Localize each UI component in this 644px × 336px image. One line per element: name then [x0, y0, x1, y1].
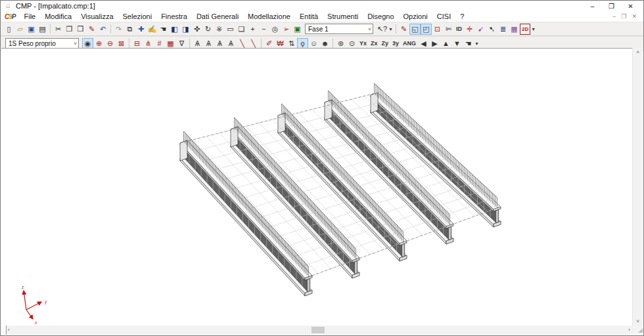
menu-modifica[interactable]: Modifica	[40, 12, 76, 20]
go-last-icon[interactable]: ▼	[451, 38, 463, 49]
zoom-window-icon[interactable]: ▭	[225, 24, 236, 35]
undo-icon[interactable]: ↶	[97, 24, 108, 35]
fit-view-icon[interactable]: ▣	[292, 24, 303, 35]
show-loads-icon[interactable]: ϙ	[297, 38, 308, 49]
go-first-icon[interactable]: ▲	[440, 38, 451, 49]
menu-help[interactable]: ?	[455, 12, 469, 20]
load-node-d-icon[interactable]: Ѧ	[225, 38, 237, 49]
select-remove-icon[interactable]: ⊖	[104, 38, 116, 49]
snap-pointer-icon[interactable]: ➢	[281, 24, 292, 35]
viewport-3d[interactable]: zyx	[1, 48, 633, 326]
zoom-out-icon[interactable]: −	[258, 24, 269, 35]
select-parallel-icon[interactable]: #	[154, 38, 165, 49]
select-pointer-icon[interactable]: ◉	[82, 38, 93, 49]
link-slave-icon[interactable]: ╲	[248, 38, 259, 49]
section-cut-icon[interactable]: ✄	[443, 24, 454, 35]
view-2d[interactable]: 2D	[520, 24, 530, 35]
menu-dati-generali[interactable]: Dati Generali	[192, 12, 243, 20]
close-button[interactable]: ✕	[621, 3, 640, 10]
cut-icon[interactable]: ✂	[53, 24, 64, 35]
grab-hand-icon[interactable]: ☚	[158, 24, 169, 35]
link-master-icon[interactable]: ╲	[237, 38, 248, 49]
context-help-icon[interactable]: ↖?	[377, 24, 388, 35]
pen-global-icon[interactable]: ₩	[275, 38, 286, 49]
view-solid-icon[interactable]: ◱	[409, 24, 421, 35]
vertical-scrollbar[interactable]: ˄ ˅	[632, 48, 643, 326]
constraint-a-icon[interactable]: ☺	[308, 38, 319, 49]
menu-entit[interactable]: Entità	[295, 12, 323, 20]
paste-icon[interactable]: ❒	[75, 24, 86, 35]
menu-opzioni[interactable]: Opzioni	[399, 12, 432, 20]
select-mesh-icon[interactable]: ▦	[165, 38, 176, 49]
help-dropdown-icon[interactable]: ▾	[388, 24, 394, 35]
zoom-all-icon[interactable]: ⊙	[346, 38, 357, 49]
scroll-down-arrow-icon[interactable]: ˅	[633, 318, 643, 324]
redo-icon[interactable]: ↷	[113, 24, 124, 35]
copy-icon[interactable]: ❐	[64, 24, 75, 35]
zoom-selected-icon[interactable]: ⊛	[335, 38, 346, 49]
step-prev-icon[interactable]: ◀	[418, 38, 429, 49]
orbit-hand-icon[interactable]: ☚	[463, 38, 474, 49]
load-node-a-icon[interactable]: Ѧ	[192, 38, 203, 49]
pan-view-icon[interactable]: ✜	[191, 24, 202, 35]
add-entity-icon[interactable]: ✚	[135, 24, 147, 35]
view-yx[interactable]: Yx	[357, 38, 369, 49]
print-icon[interactable]: ▤	[37, 24, 48, 35]
horizontal-scrollbar[interactable]: ‹ ›	[1, 326, 633, 335]
load-node-b-icon[interactable]: Ѧ	[203, 38, 214, 49]
snap-off-icon[interactable]: ➷	[486, 24, 497, 35]
snap-node-icon[interactable]: ➹	[475, 24, 486, 35]
new-file-icon[interactable]: ▯	[3, 24, 14, 35]
loadcase-combo[interactable]: 1S Peso proprio˅	[5, 38, 79, 49]
project-stack-icon[interactable]: ⧉	[124, 24, 135, 35]
scroll-left-arrow-icon[interactable]: ‹	[8, 327, 10, 333]
toolbar2-more-icon[interactable]: ▾	[474, 38, 480, 49]
menu-strumenti[interactable]: Strumenti	[323, 12, 363, 20]
mdi-restore-button[interactable]: ❐	[621, 13, 626, 20]
pen-local-icon[interactable]: ✐	[264, 38, 275, 49]
draw-pen-icon[interactable]: ✎	[398, 24, 409, 35]
menu-visualizza[interactable]: Visualizza	[76, 12, 118, 20]
view-angle[interactable]: ANG	[401, 38, 418, 49]
view-axon[interactable]: 3y	[390, 38, 401, 49]
minimize-button[interactable]: –	[583, 3, 602, 10]
deselect-all-icon[interactable]: ⊟	[131, 38, 143, 49]
id-button[interactable]: ID	[454, 24, 464, 35]
view-zy[interactable]: Zy	[380, 38, 391, 49]
step-next-icon[interactable]: ▶	[429, 38, 440, 49]
loads-scale-icon[interactable]: ⇅	[286, 38, 297, 49]
chevron-down-icon[interactable]: ˅	[365, 26, 371, 32]
split-vertical-icon[interactable]: ◧	[169, 24, 180, 35]
table-view-icon[interactable]: ▦	[509, 24, 520, 35]
menu-modellazione[interactable]: Modellazione	[243, 12, 295, 20]
save-icon[interactable]: ▣	[26, 24, 37, 35]
zoom-in-icon[interactable]: +	[247, 24, 258, 35]
select-branch-icon[interactable]: ⋔	[143, 38, 154, 49]
scroll-up-arrow-icon[interactable]: ˄	[633, 49, 643, 55]
open-folder-icon[interactable]: ▱	[14, 24, 26, 35]
scroll-right-arrow-icon[interactable]: ›	[628, 327, 630, 333]
beam-lines-icon[interactable]: ≣	[497, 24, 509, 35]
restore-button[interactable]: ❐	[602, 3, 621, 10]
view-zx[interactable]: Zx	[369, 38, 380, 49]
menu-disegno[interactable]: Disegno	[363, 12, 398, 20]
cmp-document-icon[interactable]: C9P	[2, 13, 19, 20]
mdi-minimize-button[interactable]: –	[612, 13, 616, 20]
select-add-icon[interactable]: ⊕	[93, 38, 104, 49]
zoom-previous-icon[interactable]: ❏	[236, 24, 247, 35]
pane-splitter[interactable]	[1, 326, 7, 335]
mdi-close-button[interactable]: ✕	[632, 13, 637, 20]
chevron-down-icon[interactable]: ˅	[71, 41, 77, 47]
split-horizontal-icon[interactable]: ◨	[180, 24, 191, 35]
constraint-b-icon[interactable]: ☻	[319, 38, 331, 49]
filter-icon[interactable]: ∇	[176, 38, 187, 49]
rotate-view-icon[interactable]: ↻	[202, 24, 214, 35]
menu-finestra[interactable]: Finestra	[156, 12, 192, 20]
select-invert-icon[interactable]: ⊠	[116, 38, 127, 49]
load-node-c-icon[interactable]: Ѧ	[214, 38, 225, 49]
menu-selezioni[interactable]: Selezioni	[118, 12, 157, 20]
menu-file[interactable]: File	[19, 12, 40, 20]
local-axes-icon[interactable]: ✛	[464, 24, 475, 35]
toolbar-more-icon[interactable]: ▾	[530, 24, 536, 35]
zoom-extents-icon[interactable]: ◎	[269, 24, 281, 35]
